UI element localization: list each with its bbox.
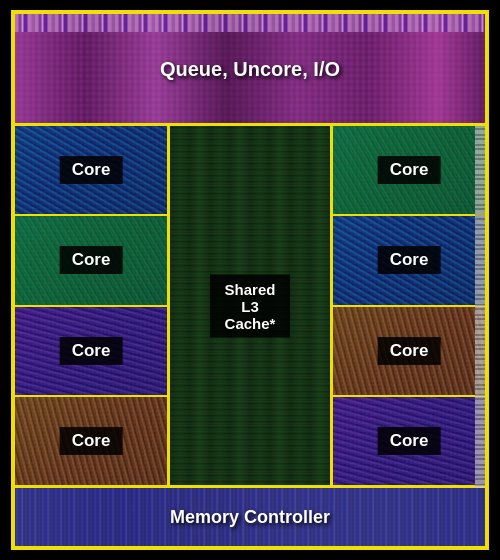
bottom-section: Memory Controller bbox=[15, 488, 485, 546]
core-label-8: Core bbox=[378, 427, 441, 455]
chip-die-photo: Queue, Uncore, I/O Core Core Core Core bbox=[11, 10, 489, 550]
left-core-column: Core Core Core Core bbox=[15, 126, 170, 485]
core-label-5: Core bbox=[378, 156, 441, 184]
core-cell-6: Core bbox=[333, 216, 485, 306]
core-label-7: Core bbox=[378, 337, 441, 365]
cache-label: Shared L3 Cache* bbox=[210, 274, 290, 337]
top-section: Queue, Uncore, I/O bbox=[15, 14, 485, 126]
center-cache-column: Shared L3 Cache* bbox=[170, 126, 330, 485]
core-label-1: Core bbox=[60, 156, 123, 184]
top-label: Queue, Uncore, I/O bbox=[160, 57, 340, 80]
core-cell-4: Core bbox=[15, 397, 167, 485]
middle-section: Core Core Core Core Shared L3 Cache* bbox=[15, 126, 485, 488]
shared-cache-area: Shared L3 Cache* bbox=[170, 126, 330, 485]
core-cell-7: Core bbox=[333, 307, 485, 397]
core-cell-2: Core bbox=[15, 216, 167, 306]
core-label-4: Core bbox=[60, 427, 123, 455]
right-core-column: Core Core Core Core bbox=[330, 126, 485, 485]
core-label-6: Core bbox=[378, 246, 441, 274]
core-cell-3: Core bbox=[15, 307, 167, 397]
core-cell-1: Core bbox=[15, 126, 167, 216]
memory-controller-label: Memory Controller bbox=[170, 507, 330, 528]
core-cell-8: Core bbox=[333, 397, 485, 485]
core-cell-5: Core bbox=[333, 126, 485, 216]
core-label-3: Core bbox=[60, 337, 123, 365]
core-label-2: Core bbox=[60, 246, 123, 274]
ruler-edge bbox=[475, 126, 485, 488]
